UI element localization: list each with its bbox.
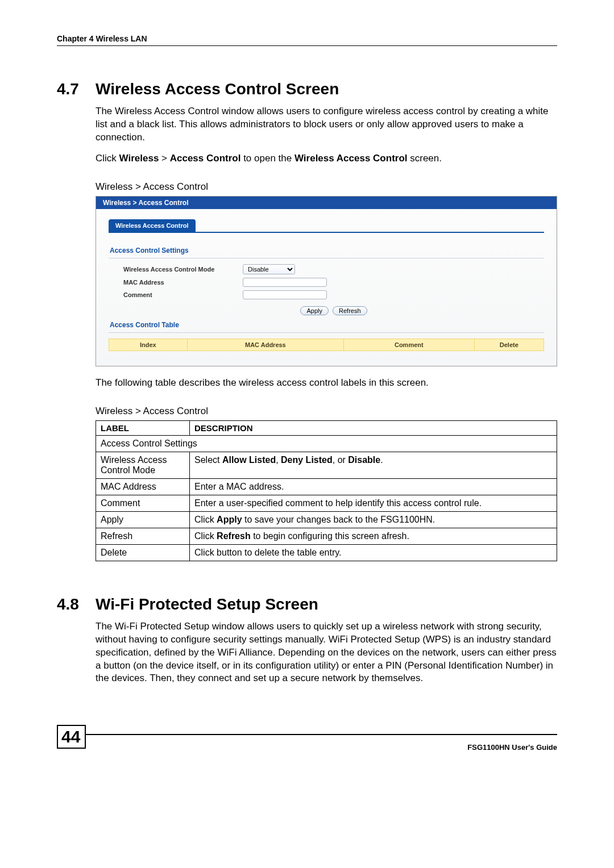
screenshot-titlebar: Wireless > Access Control xyxy=(96,197,557,209)
label-mode: Wireless Access Control Mode xyxy=(123,266,243,273)
header-rule xyxy=(57,45,557,46)
section-number-48: 4.8 xyxy=(57,595,96,614)
comment-input[interactable] xyxy=(243,290,327,299)
row-mode-label: Wireless Access Control Mode xyxy=(96,452,190,478)
label-comment: Comment xyxy=(123,291,243,298)
th-description: DESCRIPTION xyxy=(190,420,557,435)
row-delete-desc: Click button to delete the table entry. xyxy=(190,544,557,561)
th-comment: Comment xyxy=(344,339,475,350)
section-4-7-heading: 4.7Wireless Access Control Screen xyxy=(57,80,557,98)
section-title: Wireless Access Control Screen xyxy=(96,80,339,98)
th-label: LABEL xyxy=(96,420,190,435)
th-index: Index xyxy=(109,339,188,350)
settings-section-title: Access Control Settings xyxy=(109,243,544,258)
description-table: LABEL DESCRIPTION Access Control Setting… xyxy=(96,420,557,561)
label-mac: MAC Address xyxy=(123,279,243,286)
screenshot-panel: Wireless > Access Control Wireless Acces… xyxy=(96,196,557,366)
refresh-button[interactable]: Refresh xyxy=(333,306,367,315)
figure-caption-1: Wireless > Access Control xyxy=(96,181,557,193)
tab-wireless-access-control[interactable]: Wireless Access Control xyxy=(109,219,196,232)
row-section-header: Access Control Settings xyxy=(96,435,557,452)
row-refresh-desc: Click Refresh to begin configuring this … xyxy=(190,528,557,544)
section-4-8-para: The Wi-Fi Protected Setup window allows … xyxy=(96,620,557,686)
row-delete-label: Delete xyxy=(96,544,190,561)
row-comment-label: Comment xyxy=(96,495,190,511)
page-number: 44 xyxy=(57,725,86,749)
th-delete: Delete xyxy=(474,339,544,350)
tab-underline xyxy=(109,232,544,233)
after-ui-text: The following table describes the wirele… xyxy=(96,377,557,390)
th-mac: MAC Address xyxy=(187,339,343,350)
section-title-48: Wi-Fi Protected Setup Screen xyxy=(96,595,318,613)
row-mode-desc: Select Allow Listed, Deny Listed, or Dis… xyxy=(190,452,557,478)
apply-button[interactable]: Apply xyxy=(300,306,329,315)
section-4-7-para1: The Wireless Access Control window allow… xyxy=(96,105,557,144)
mac-input[interactable] xyxy=(243,278,327,287)
row-refresh-label: Refresh xyxy=(96,528,190,544)
footer-rule xyxy=(85,734,557,735)
mode-select[interactable]: Disable xyxy=(243,264,295,274)
section-4-8-heading: 4.8Wi-Fi Protected Setup Screen xyxy=(57,595,557,614)
section-number: 4.7 xyxy=(57,80,96,98)
row-apply-desc: Click Apply to save your changes back to… xyxy=(190,511,557,528)
section-4-7-para2: Click Wireless > Access Control to open … xyxy=(96,152,557,165)
row-comment-desc: Enter a user-specified comment to help i… xyxy=(190,495,557,511)
table-section-title: Access Control Table xyxy=(109,318,544,333)
row-mac-desc: Enter a MAC address. xyxy=(190,478,557,495)
breadcrumb-text: Wireless > Access Control xyxy=(103,199,189,207)
row-apply-label: Apply xyxy=(96,511,190,528)
footer-guide-text: FSG1100HN User's Guide xyxy=(57,743,557,752)
access-control-table: Index MAC Address Comment Delete xyxy=(109,339,544,351)
table-caption: Wireless > Access Control xyxy=(96,406,557,417)
row-mac-label: MAC Address xyxy=(96,478,190,495)
chapter-header: Chapter 4 Wireless LAN xyxy=(57,34,557,43)
